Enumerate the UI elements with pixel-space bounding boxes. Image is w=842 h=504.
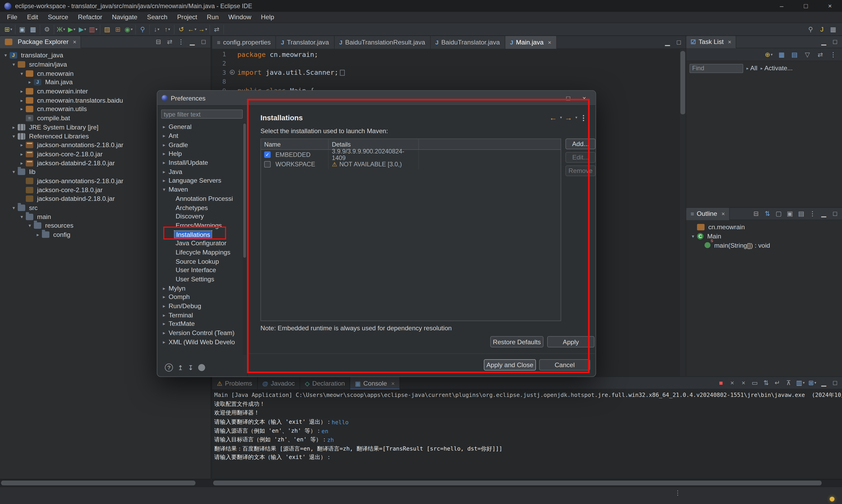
collapse-all-icon[interactable]: ⊟ xyxy=(752,210,760,218)
chevron-collapsed-icon[interactable]: ▸ xyxy=(18,98,25,103)
new-class-icon[interactable]: ◉▾ xyxy=(124,24,133,34)
chevron-collapsed-icon[interactable]: ▸ xyxy=(161,321,168,327)
back-icon[interactable]: ←▾ xyxy=(187,24,197,34)
view-menu-icon[interactable]: ⋮ xyxy=(177,38,185,46)
view-menu-icon[interactable]: ⋮ xyxy=(809,210,817,218)
run-external-tools-icon[interactable]: ▶▾ xyxy=(78,24,87,34)
remove-all-launches-icon[interactable]: × xyxy=(740,378,748,387)
close-button[interactable]: × xyxy=(818,0,842,12)
dialog-title-bar[interactable]: Preferences □ × xyxy=(157,91,596,106)
tree-item-maven[interactable]: ▾Maven xyxy=(159,185,243,194)
chevron-expanded-icon[interactable]: ▾ xyxy=(10,62,17,67)
dialog-maximize-button[interactable]: □ xyxy=(560,94,576,102)
tree-item-ant[interactable]: ▸Ant xyxy=(159,131,243,140)
chevron-collapsed-icon[interactable]: ▸ xyxy=(18,160,25,165)
close-icon[interactable]: × xyxy=(548,39,551,46)
terminate-icon[interactable]: ■ xyxy=(717,378,725,387)
previous-annotation-icon[interactable]: ↑▾ xyxy=(163,24,172,34)
menu-refactor[interactable]: Refactor xyxy=(73,12,107,22)
chevron-collapsed-icon[interactable]: ▸ xyxy=(161,339,168,344)
tree-item-main-java[interactable]: ▸Main.java xyxy=(1,78,210,87)
hide-non-public-members-icon[interactable]: ▤ xyxy=(798,210,805,218)
tree-item-cn-meowrain[interactable]: ▾cn.meowrain xyxy=(1,69,210,78)
menu-file[interactable]: File xyxy=(2,12,22,22)
chevron-collapsed-icon[interactable]: ▸ xyxy=(26,80,33,85)
open-console-icon[interactable]: ⊞▾ xyxy=(808,378,816,387)
chevron-expanded-icon[interactable]: ▾ xyxy=(161,187,168,192)
tree-item-annotation-processi[interactable]: Annotation Processi xyxy=(159,194,243,203)
tree-item-gradle[interactable]: ▸Gradle xyxy=(159,140,243,149)
save-all-icon[interactable]: ▦ xyxy=(29,24,38,34)
tree-item-install-update[interactable]: ▸Install/Update xyxy=(159,158,243,167)
tree-item-source-lookup[interactable]: Source Lookup xyxy=(159,257,243,266)
chevron-expanded-icon[interactable]: ▾ xyxy=(18,71,25,76)
search-icon[interactable]: ⚲ xyxy=(138,24,147,34)
column-name[interactable]: Name xyxy=(261,139,329,149)
installation-row-embedded[interactable]: EMBEDDED3.9.9/3.9.9.900.20240824-1409 xyxy=(261,150,561,160)
chevron-collapsed-icon[interactable]: ▸ xyxy=(161,124,168,129)
tree-item-user-interface[interactable]: User Interface xyxy=(159,266,243,275)
chevron-expanded-icon[interactable]: ▾ xyxy=(10,133,17,139)
chevron-collapsed-icon[interactable]: ▸ xyxy=(161,151,168,156)
apply-button[interactable]: Apply xyxy=(547,336,595,347)
maximize-view-icon[interactable]: □ xyxy=(831,38,839,46)
scrollbar-thumb[interactable] xyxy=(680,51,685,114)
scrollbar-thumb[interactable] xyxy=(1,481,196,485)
collapse-all-icon[interactable]: ⊟ xyxy=(155,38,162,46)
dialog-close-button[interactable]: × xyxy=(576,94,592,102)
link-with-editor-icon[interactable]: ⇄ xyxy=(166,38,174,46)
chevron-expanded-icon[interactable]: ▾ xyxy=(26,223,33,229)
save-icon[interactable]: ▣ xyxy=(18,24,27,34)
link-with-editor-icon[interactable]: ⇄ xyxy=(816,50,825,59)
close-icon[interactable]: × xyxy=(721,211,725,217)
chevron-collapsed-icon[interactable]: ▸ xyxy=(10,125,17,130)
tree-item-lifecycle-mappings[interactable]: Lifecycle Mappings xyxy=(159,248,243,257)
tab-outline[interactable]: ≡ Outline × xyxy=(686,208,730,220)
preferences-tree-scrollbar[interactable] xyxy=(243,122,246,355)
new-wizard-icon[interactable]: ⊞▾ xyxy=(4,24,13,34)
chevron-collapsed-icon[interactable]: ▸ xyxy=(161,160,168,165)
chevron-down-icon[interactable]: ▾ xyxy=(575,115,577,120)
maximize-view-icon[interactable]: □ xyxy=(831,210,839,218)
column-details[interactable]: Details xyxy=(329,139,419,149)
chevron-expanded-icon[interactable]: ▾ xyxy=(689,234,697,239)
cancel-button[interactable]: Cancel xyxy=(539,359,590,371)
restore-defaults-button[interactable]: Restore Defaults xyxy=(490,336,543,347)
menu-edit[interactable]: Edit xyxy=(22,12,43,22)
tab-translator-java[interactable]: JTranslator.java xyxy=(276,36,334,49)
tab-problems[interactable]: ⚠Problems xyxy=(212,377,258,390)
chevron-collapsed-icon[interactable]: ▸ xyxy=(161,142,168,147)
menu-project[interactable]: Project xyxy=(173,12,202,22)
new-java-project-icon[interactable]: ▨ xyxy=(103,24,112,34)
close-icon[interactable]: × xyxy=(391,380,395,386)
next-annotation-icon[interactable]: ↓▾ xyxy=(152,24,161,34)
maximize-view-icon[interactable]: □ xyxy=(200,38,208,46)
chevron-collapsed-icon[interactable]: ▸ xyxy=(161,169,168,174)
close-icon[interactable]: × xyxy=(728,39,732,45)
chevron-collapsed-icon[interactable]: ▸ xyxy=(18,107,25,112)
apply-and-close-button[interactable]: Apply and Close xyxy=(484,359,536,371)
tree-item-general[interactable]: ▸General xyxy=(159,122,243,131)
tree-item-version-control-team[interactable]: ▸Version Control (Team) xyxy=(159,328,243,337)
clear-console-icon[interactable]: ▭ xyxy=(751,378,758,387)
tree-item-discovery[interactable]: Discovery xyxy=(159,212,243,221)
chevron-expanded-icon[interactable]: ▾ xyxy=(2,53,9,58)
forward-icon[interactable]: →▾ xyxy=(198,24,208,34)
chevron-collapsed-icon[interactable]: ▸ xyxy=(161,133,168,139)
close-icon[interactable]: × xyxy=(73,39,76,45)
tree-item-java-configurator[interactable]: Java Configurator xyxy=(159,239,243,248)
minimize-view-icon[interactable]: ▁ xyxy=(820,210,827,218)
new-task-icon[interactable]: ⊕▾ xyxy=(764,50,773,59)
view-menu-icon[interactable]: ⋮ xyxy=(579,114,588,122)
minimize-button[interactable]: – xyxy=(770,0,794,12)
help-icon[interactable]: ? xyxy=(165,363,173,372)
coverage-icon[interactable]: ▥▾ xyxy=(89,24,98,34)
add-button[interactable]: Add... xyxy=(566,139,595,149)
chevron-collapsed-icon[interactable]: ▸ xyxy=(18,89,25,94)
hide-fields-icon[interactable]: ▢ xyxy=(775,210,783,218)
editor-vscrollbar[interactable] xyxy=(680,49,686,377)
chevron-expanded-icon[interactable]: ▾ xyxy=(18,214,25,219)
chevron-expanded-icon[interactable]: ▾ xyxy=(10,169,17,175)
filter-input[interactable] xyxy=(161,109,243,119)
maximize-button[interactable]: □ xyxy=(793,0,818,12)
